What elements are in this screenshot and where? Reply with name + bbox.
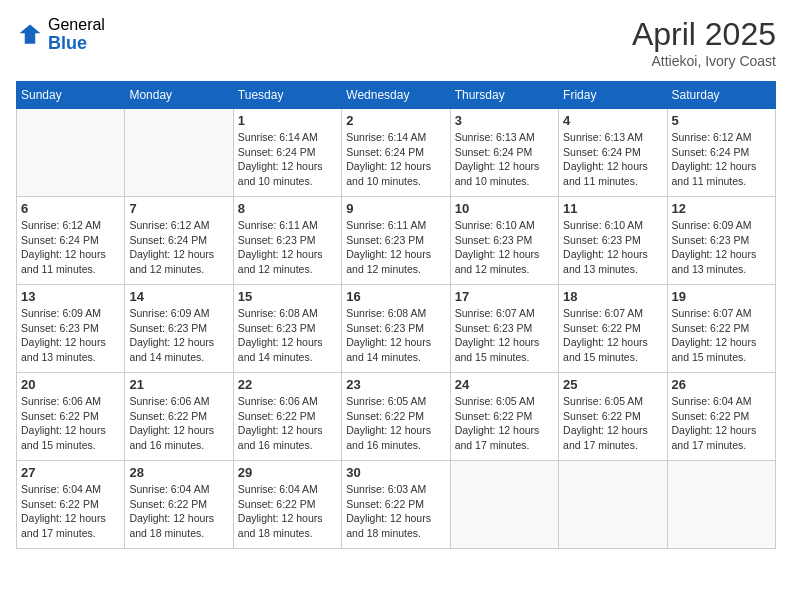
day-info-line: Sunset: 6:24 PM	[21, 234, 99, 246]
calendar-cell: 19Sunrise: 6:07 AMSunset: 6:22 PMDayligh…	[667, 285, 775, 373]
day-info: Sunrise: 6:07 AMSunset: 6:23 PMDaylight:…	[455, 306, 554, 365]
day-info-line: Sunset: 6:22 PM	[346, 410, 424, 422]
day-info-line: Sunrise: 6:06 AM	[238, 395, 318, 407]
day-number: 12	[672, 201, 771, 216]
day-info-line: Sunrise: 6:09 AM	[21, 307, 101, 319]
day-number: 22	[238, 377, 337, 392]
day-info-line: Daylight: 12 hours and 10 minutes.	[455, 160, 540, 187]
day-info-line: Sunset: 6:22 PM	[563, 322, 641, 334]
calendar-cell	[450, 461, 558, 549]
day-number: 19	[672, 289, 771, 304]
day-info: Sunrise: 6:05 AMSunset: 6:22 PMDaylight:…	[455, 394, 554, 453]
day-info-line: Sunrise: 6:03 AM	[346, 483, 426, 495]
day-number: 16	[346, 289, 445, 304]
day-info-line: Sunset: 6:23 PM	[238, 234, 316, 246]
calendar-cell: 26Sunrise: 6:04 AMSunset: 6:22 PMDayligh…	[667, 373, 775, 461]
day-header-monday: Monday	[125, 82, 233, 109]
day-info-line: Daylight: 12 hours and 16 minutes.	[346, 424, 431, 451]
calendar-cell	[667, 461, 775, 549]
day-info-line: Sunrise: 6:10 AM	[563, 219, 643, 231]
day-info: Sunrise: 6:11 AMSunset: 6:23 PMDaylight:…	[238, 218, 337, 277]
calendar-week-row: 13Sunrise: 6:09 AMSunset: 6:23 PMDayligh…	[17, 285, 776, 373]
day-info-line: Daylight: 12 hours and 17 minutes.	[455, 424, 540, 451]
day-info-line: Sunrise: 6:05 AM	[563, 395, 643, 407]
day-info-line: Sunrise: 6:10 AM	[455, 219, 535, 231]
day-info-line: Daylight: 12 hours and 12 minutes.	[455, 248, 540, 275]
day-info: Sunrise: 6:08 AMSunset: 6:23 PMDaylight:…	[238, 306, 337, 365]
day-header-sunday: Sunday	[17, 82, 125, 109]
logo-text: General Blue	[48, 16, 105, 53]
day-number: 11	[563, 201, 662, 216]
day-number: 4	[563, 113, 662, 128]
day-info-line: Sunrise: 6:05 AM	[455, 395, 535, 407]
day-number: 29	[238, 465, 337, 480]
calendar-cell: 9Sunrise: 6:11 AMSunset: 6:23 PMDaylight…	[342, 197, 450, 285]
calendar-header-row: SundayMondayTuesdayWednesdayThursdayFrid…	[17, 82, 776, 109]
calendar-cell: 7Sunrise: 6:12 AMSunset: 6:24 PMDaylight…	[125, 197, 233, 285]
day-header-saturday: Saturday	[667, 82, 775, 109]
day-info-line: Sunset: 6:23 PM	[238, 322, 316, 334]
day-info-line: Sunrise: 6:04 AM	[238, 483, 318, 495]
day-info-line: Daylight: 12 hours and 11 minutes.	[672, 160, 757, 187]
day-info: Sunrise: 6:12 AMSunset: 6:24 PMDaylight:…	[672, 130, 771, 189]
day-info-line: Sunset: 6:23 PM	[346, 322, 424, 334]
day-number: 7	[129, 201, 228, 216]
page-header: General Blue April 2025 Attiekoi, Ivory …	[16, 16, 776, 69]
day-info-line: Sunset: 6:24 PM	[238, 146, 316, 158]
calendar-title: April 2025	[632, 16, 776, 53]
day-number: 27	[21, 465, 120, 480]
calendar-cell: 8Sunrise: 6:11 AMSunset: 6:23 PMDaylight…	[233, 197, 341, 285]
calendar-location: Attiekoi, Ivory Coast	[632, 53, 776, 69]
day-info-line: Sunset: 6:23 PM	[346, 234, 424, 246]
day-info-line: Sunrise: 6:13 AM	[563, 131, 643, 143]
day-info-line: Sunset: 6:22 PM	[238, 410, 316, 422]
calendar-cell: 29Sunrise: 6:04 AMSunset: 6:22 PMDayligh…	[233, 461, 341, 549]
day-info: Sunrise: 6:09 AMSunset: 6:23 PMDaylight:…	[672, 218, 771, 277]
day-info-line: Sunset: 6:24 PM	[455, 146, 533, 158]
day-info-line: Daylight: 12 hours and 14 minutes.	[129, 336, 214, 363]
day-number: 17	[455, 289, 554, 304]
calendar-cell: 17Sunrise: 6:07 AMSunset: 6:23 PMDayligh…	[450, 285, 558, 373]
day-info-line: Sunrise: 6:04 AM	[129, 483, 209, 495]
calendar-cell: 16Sunrise: 6:08 AMSunset: 6:23 PMDayligh…	[342, 285, 450, 373]
day-info-line: Daylight: 12 hours and 11 minutes.	[563, 160, 648, 187]
day-info-line: Sunrise: 6:14 AM	[346, 131, 426, 143]
day-info-line: Daylight: 12 hours and 15 minutes.	[563, 336, 648, 363]
day-number: 25	[563, 377, 662, 392]
day-number: 21	[129, 377, 228, 392]
day-header-wednesday: Wednesday	[342, 82, 450, 109]
day-info: Sunrise: 6:13 AMSunset: 6:24 PMDaylight:…	[563, 130, 662, 189]
calendar-cell: 18Sunrise: 6:07 AMSunset: 6:22 PMDayligh…	[559, 285, 667, 373]
day-info-line: Daylight: 12 hours and 14 minutes.	[346, 336, 431, 363]
day-info-line: Daylight: 12 hours and 13 minutes.	[563, 248, 648, 275]
day-info-line: Sunrise: 6:07 AM	[563, 307, 643, 319]
day-info: Sunrise: 6:11 AMSunset: 6:23 PMDaylight:…	[346, 218, 445, 277]
day-info: Sunrise: 6:08 AMSunset: 6:23 PMDaylight:…	[346, 306, 445, 365]
day-info: Sunrise: 6:14 AMSunset: 6:24 PMDaylight:…	[346, 130, 445, 189]
day-info-line: Sunset: 6:23 PM	[455, 322, 533, 334]
svg-marker-0	[20, 24, 41, 43]
calendar-cell: 22Sunrise: 6:06 AMSunset: 6:22 PMDayligh…	[233, 373, 341, 461]
day-info-line: Sunset: 6:22 PM	[129, 410, 207, 422]
logo-general: General	[48, 16, 105, 34]
day-info-line: Sunrise: 6:09 AM	[129, 307, 209, 319]
calendar-cell: 11Sunrise: 6:10 AMSunset: 6:23 PMDayligh…	[559, 197, 667, 285]
day-info: Sunrise: 6:14 AMSunset: 6:24 PMDaylight:…	[238, 130, 337, 189]
calendar-cell: 5Sunrise: 6:12 AMSunset: 6:24 PMDaylight…	[667, 109, 775, 197]
day-info-line: Sunset: 6:24 PM	[672, 146, 750, 158]
day-info-line: Sunset: 6:22 PM	[21, 498, 99, 510]
day-number: 26	[672, 377, 771, 392]
calendar-cell: 1Sunrise: 6:14 AMSunset: 6:24 PMDaylight…	[233, 109, 341, 197]
calendar-cell: 3Sunrise: 6:13 AMSunset: 6:24 PMDaylight…	[450, 109, 558, 197]
day-info: Sunrise: 6:10 AMSunset: 6:23 PMDaylight:…	[455, 218, 554, 277]
calendar-cell: 27Sunrise: 6:04 AMSunset: 6:22 PMDayligh…	[17, 461, 125, 549]
calendar-cell: 25Sunrise: 6:05 AMSunset: 6:22 PMDayligh…	[559, 373, 667, 461]
day-info-line: Sunrise: 6:06 AM	[21, 395, 101, 407]
day-info-line: Daylight: 12 hours and 12 minutes.	[238, 248, 323, 275]
day-number: 20	[21, 377, 120, 392]
day-info-line: Daylight: 12 hours and 15 minutes.	[455, 336, 540, 363]
day-info-line: Sunrise: 6:07 AM	[455, 307, 535, 319]
day-number: 10	[455, 201, 554, 216]
calendar-cell: 4Sunrise: 6:13 AMSunset: 6:24 PMDaylight…	[559, 109, 667, 197]
calendar-cell	[125, 109, 233, 197]
